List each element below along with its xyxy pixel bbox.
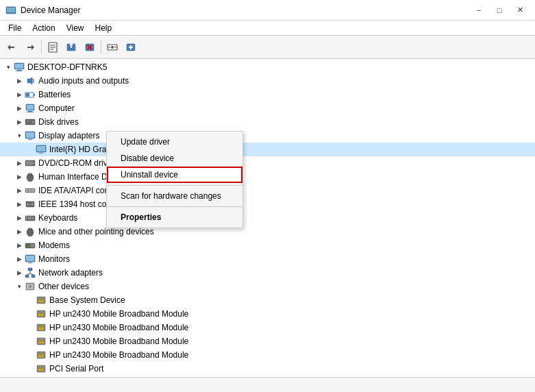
app-icon xyxy=(5,5,16,16)
expand-arrow-net[interactable]: ▶ xyxy=(14,267,25,278)
status-bar xyxy=(0,377,535,392)
monitor-icon xyxy=(25,254,36,265)
svg-rect-22 xyxy=(15,64,23,69)
tree-item-keyboards[interactable]: ▶ Keyboards xyxy=(0,211,535,225)
tree-item-other[interactable]: ▾ Other devices xyxy=(0,280,535,293)
tree-item-modems[interactable]: ▶ Modems xyxy=(0,238,535,252)
tree-item-netadapters[interactable]: ▶ Network adapters xyxy=(0,266,535,280)
update-driver-toolbar-button[interactable] xyxy=(62,38,80,56)
tree-item-hid[interactable]: ▶ Human Interface Devices xyxy=(0,170,535,184)
tree-item-diskdrives[interactable]: ▶ Disk drives xyxy=(0,115,535,129)
expand-arrow-keyboards[interactable]: ▶ xyxy=(14,212,25,223)
tree-item-monitors[interactable]: ▶ Monitors xyxy=(0,252,535,266)
svg-rect-1 xyxy=(7,8,15,12)
svg-rect-60 xyxy=(28,217,29,218)
expand-arrow-modems[interactable]: ▶ xyxy=(14,240,25,251)
tree-item-ideata[interactable]: ▶ IDE ATA/ATAPI controllers xyxy=(0,184,535,197)
expand-arrow-root[interactable]: ▾ xyxy=(3,62,14,73)
warning-device-icon-6: ! xyxy=(36,363,47,374)
scan-hardware-toolbar-button[interactable] xyxy=(103,38,121,56)
expand-arrow-batteries[interactable]: ▶ xyxy=(14,89,25,100)
tree-label-basesystem: Base System Device xyxy=(49,295,125,305)
forward-button[interactable] xyxy=(21,38,39,56)
menu-action[interactable]: Action xyxy=(27,22,60,34)
svg-rect-27 xyxy=(26,93,29,97)
tree-item-root[interactable]: ▾ DESKTOP-DFTNRK5 xyxy=(0,60,535,74)
expand-arrow-ide[interactable]: ▶ xyxy=(14,185,25,196)
svg-rect-52 xyxy=(29,189,31,192)
tree-item-hp3[interactable]: ▶ ! HP un2430 Mobile Broadband Module xyxy=(0,334,535,348)
expand-arrow-monitors[interactable]: ▶ xyxy=(14,254,25,265)
tree-item-dvd[interactable]: ▶ DVD/CD-ROM drives xyxy=(0,156,535,170)
warning-device-icon-1: ! xyxy=(36,295,47,306)
context-menu-disable-device[interactable]: Disable device xyxy=(107,150,242,167)
tree-item-pcisimple[interactable]: ▶ ! PCI Simple Communications Controller xyxy=(0,376,535,377)
tree-label-root: DESKTOP-DFTNRK5 xyxy=(27,62,107,72)
close-button[interactable]: ✕ xyxy=(510,3,530,18)
expand-arrow-mice[interactable]: ▶ xyxy=(14,226,25,237)
tree-item-computer[interactable]: ▶ Computer xyxy=(0,101,535,115)
expand-arrow-hid[interactable]: ▶ xyxy=(14,171,25,182)
expand-arrow-computer[interactable]: ▶ xyxy=(14,103,25,114)
expand-arrow-diskdrives[interactable]: ▶ xyxy=(14,117,25,127)
tree-item-audio[interactable]: ▶ Audio inputs and outputs xyxy=(0,74,535,88)
tree-item-hp4[interactable]: ▶ ! HP un2430 Mobile Broadband Module xyxy=(0,348,535,362)
tree-item-hp2[interactable]: ▶ ! HP un2430 Mobile Broadband Module xyxy=(0,321,535,334)
svg-rect-36 xyxy=(26,121,31,121)
svg-rect-51 xyxy=(26,189,28,192)
tree-item-ieee[interactable]: ▶ IEEE 1394 host controllers xyxy=(0,197,535,211)
svg-text:!: ! xyxy=(40,312,42,316)
tree-item-hp1[interactable]: ▶ ! HP un2430 Mobile Broadband Module xyxy=(0,307,535,321)
svg-point-71 xyxy=(29,245,30,247)
context-menu-update-driver[interactable]: Update driver xyxy=(107,134,242,150)
back-icon xyxy=(6,42,17,53)
svg-rect-62 xyxy=(32,217,34,218)
svg-text:!: ! xyxy=(40,367,42,371)
battery-icon xyxy=(25,89,36,100)
other-icon xyxy=(25,281,36,292)
tree-item-batteries[interactable]: ▶ Batteries xyxy=(0,88,535,101)
tree-label-diskdrives: Disk drives xyxy=(38,117,79,127)
toolbar xyxy=(0,36,535,59)
tree-label-other: Other devices xyxy=(38,282,89,291)
device-tree[interactable]: ▾ DESKTOP-DFTNRK5 ▶ Audio inputs and xyxy=(0,59,535,377)
svg-point-84 xyxy=(29,285,32,288)
context-menu-scan-hardware[interactable]: Scan for hardware changes xyxy=(107,188,242,204)
tree-label-hp3: HP un2430 Mobile Broadband Module xyxy=(49,336,188,346)
expand-arrow-dvd[interactable]: ▶ xyxy=(14,158,25,169)
expand-arrow-display[interactable]: ▾ xyxy=(14,130,25,141)
context-menu-uninstall-device[interactable]: Uninstall device xyxy=(107,167,242,183)
back-button[interactable] xyxy=(3,38,21,56)
menu-file[interactable]: File xyxy=(3,22,27,34)
warning-device-icon-5: ! xyxy=(36,350,47,360)
expand-arrow-audio[interactable]: ▶ xyxy=(14,75,25,86)
menu-view[interactable]: View xyxy=(61,22,90,34)
svg-point-46 xyxy=(33,162,34,164)
computer-icon xyxy=(14,62,25,73)
tree-item-displayadapters[interactable]: ▾ Display adapters xyxy=(0,129,535,143)
tree-label-audio: Audio inputs and outputs xyxy=(38,76,129,86)
tree-label-displayadapters: Display adapters xyxy=(38,131,99,140)
maximize-button[interactable]: □ xyxy=(490,3,509,18)
update-icon xyxy=(66,42,77,53)
tree-item-intel[interactable]: ▶ Intel(R) HD Graphics 3000 xyxy=(0,143,535,156)
properties-toolbar-button[interactable] xyxy=(44,38,62,56)
svg-rect-61 xyxy=(30,217,32,218)
expand-arrow-ieee[interactable]: ▶ xyxy=(14,199,25,210)
context-menu-properties[interactable]: Properties xyxy=(107,209,242,225)
tree-label-dvd: DVD/CD-ROM drives xyxy=(38,158,116,168)
title-bar: Device Manager − □ ✕ xyxy=(0,0,535,21)
tree-item-basesystem[interactable]: ▶ ! Base System Device xyxy=(0,293,535,307)
svg-text:!: ! xyxy=(40,353,42,357)
add-driver-toolbar-button[interactable] xyxy=(122,38,140,56)
svg-rect-30 xyxy=(27,105,34,110)
tree-label-hp1: HP un2430 Mobile Broadband Module xyxy=(49,309,188,319)
tree-item-pci[interactable]: ▶ ! PCI Serial Port xyxy=(0,362,535,376)
tree-item-mice[interactable]: ▶ Mice and other pointing devices xyxy=(0,225,535,238)
context-menu-separator-2 xyxy=(107,206,242,207)
uninstall-toolbar-button[interactable] xyxy=(81,38,99,56)
expand-arrow-other[interactable]: ▾ xyxy=(14,281,25,292)
menu-help[interactable]: Help xyxy=(90,22,118,34)
minimize-button[interactable]: − xyxy=(469,3,488,18)
tree-label-computer: Computer xyxy=(38,103,75,113)
